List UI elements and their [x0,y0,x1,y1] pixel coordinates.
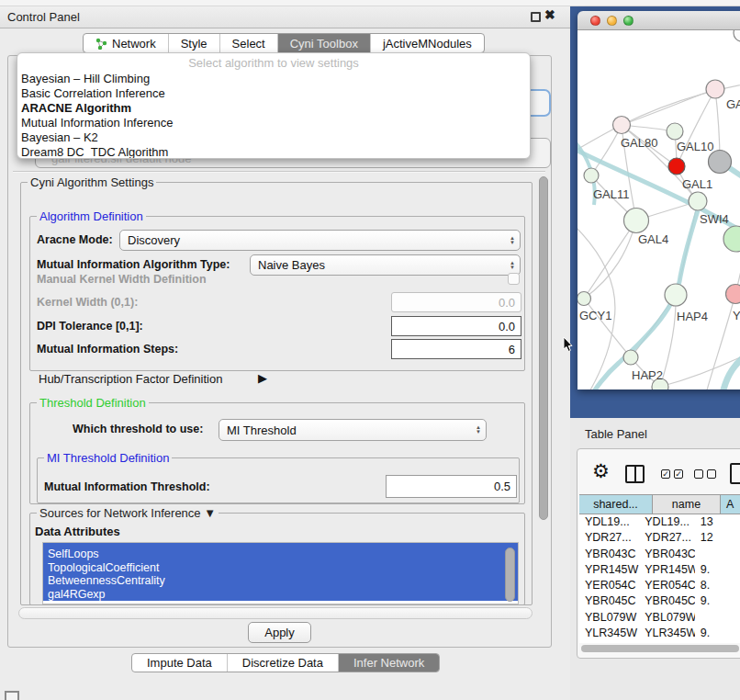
network-view-window[interactable]: GALGAL80GAL10GAL1SWI4GAL11GAL4GCY1HAP4YH… [577,11,740,390]
which-threshold-combo[interactable]: MI Threshold ▲▼ [219,419,487,441]
screen: Control Panel ✖ Network Style Select Cyn… [0,0,740,700]
hub-definition-label[interactable]: Hub/Transcription Factor Definition [39,372,222,386]
tab-jactivemnodules[interactable]: jActiveMNodules [371,34,484,52]
tab-cyni-toolbox[interactable]: Cyni Toolbox [278,34,371,52]
top-strip [0,0,740,6]
document-icon[interactable] [730,463,740,484]
attribute-list-scrollbar[interactable] [505,548,515,602]
network-node[interactable] [665,284,687,306]
algorithm-option[interactable]: Bayesian – Hill Climbing [17,72,530,86]
close-icon[interactable]: ✖ [544,7,555,22]
algorithm-option[interactable]: Basic Correlation Inference [17,86,530,101]
table-cell: 9 [695,641,740,643]
settings-scrollbar[interactable] [539,176,548,520]
table-row[interactable]: YBR043CYBR043C [579,547,740,562]
network-node[interactable] [624,209,649,233]
tab-discretize-data[interactable]: Discretize Data [228,654,339,672]
checked-column-icon[interactable]: ✓ [674,469,683,479]
manual-kernel-label: Manual Kernel Width Definition [37,273,207,286]
unchecked-column-icon[interactable] [707,469,716,479]
attribute-item[interactable]: TopologicalCoefficient [43,561,518,575]
apply-button[interactable]: Apply [248,622,311,643]
combo-arrows-icon: ▲▼ [510,255,515,275]
cyni-bottom-tabs: Impute Data Discretize Data Infer Networ… [131,653,440,672]
network-node[interactable] [723,226,740,252]
attribute-item[interactable]: BetweennessCentrality [43,574,518,588]
network-node[interactable] [689,192,707,210]
mi-type-label: Mutual Information Algorithm Type: [37,258,230,271]
network-node[interactable] [668,158,685,175]
mi-steps-field[interactable]: 6 [391,339,521,359]
checked-column-icon[interactable]: ✓ [661,469,670,479]
attribute-item[interactable]: gal4RGexp [43,588,518,602]
zoom-traffic-light[interactable] [623,16,633,26]
network-window-titlebar[interactable] [577,11,740,30]
network-node[interactable] [584,168,599,183]
algorithm-option[interactable]: Mutual Information Inference [17,116,530,130]
minimized-panel-icon[interactable] [5,691,19,700]
node-label: GAL10 [677,140,713,153]
network-edge[interactable] [584,299,631,357]
table-row[interactable]: YDL19...YDL19...13 [579,514,740,530]
column-header[interactable]: name [653,495,721,514]
network-edge[interactable] [622,89,715,125]
network-node[interactable] [709,151,732,174]
table-cell: YLR345W [639,626,694,641]
table-cell: YER054C [579,578,639,593]
close-traffic-light[interactable] [590,16,600,26]
network-node[interactable] [726,285,740,304]
expand-arrow-icon[interactable]: ▶ [258,371,267,385]
table-row[interactable]: YLR345WYLR345W9. [579,626,740,641]
table-horizontal-scrollbar[interactable] [581,645,739,652]
control-panel-tabs: Network Style Select Cyni Toolbox jActiv… [83,33,485,53]
mi-type-combo[interactable]: Naive Bayes ▲▼ [250,254,521,276]
settings-horizontal-scrollbar[interactable] [18,607,533,619]
network-edge-thick[interactable] [723,354,740,390]
tab-network[interactable]: Network [84,34,169,52]
split-view-icon[interactable] [625,465,645,483]
table-row[interactable]: YER054CYER054C8. [579,578,740,593]
desktop-background: GALGAL80GAL10GAL1SWI4GAL11GAL4GCY1HAP4YH… [570,6,740,418]
column-header[interactable]: shared... [579,495,653,514]
minimize-traffic-light[interactable] [607,16,617,26]
network-node[interactable] [706,80,724,98]
network-node[interactable] [667,123,683,140]
network-canvas[interactable]: GALGAL80GAL10GAL1SWI4GAL11GAL4GCY1HAP4YH… [577,30,740,390]
manual-kernel-checkbox[interactable] [508,273,520,285]
table-row[interactable]: YBL079WYBL079W [579,610,740,626]
network-edge[interactable] [577,223,615,390]
collapse-arrow-icon[interactable]: ▼ [204,506,216,520]
panel-title: Control Panel [7,10,80,24]
attribute-item[interactable]: SelfLoops [43,548,518,561]
float-window-icon[interactable] [531,12,541,22]
table-row[interactable]: YIL052CYIL052C9 [579,641,740,643]
aracne-mode-combo[interactable]: Discovery ▲▼ [119,230,521,251]
network-node[interactable] [613,117,631,134]
unchecked-column-icon[interactable] [694,469,703,479]
algorithm-option[interactable]: Dream8 DC_TDC Algorithm [17,145,530,159]
network-edge[interactable] [584,220,636,299]
algorithm-dropdown-popup: Select algorithm to view settings Bayesi… [17,52,531,159]
mi-threshold-label: Mutual Information Threshold: [44,480,210,493]
table-row[interactable]: YBR045CYBR045C9. [579,593,740,609]
gear-icon[interactable]: ⚙ [592,460,610,482]
network-node[interactable] [577,292,591,306]
table-row[interactable]: YPR145WYPR145W9. [579,562,740,578]
tab-style[interactable]: Style [169,34,220,52]
algorithm-option[interactable]: Bayesian – K2 [17,130,530,145]
network-node[interactable] [623,350,638,365]
dpi-tolerance-field[interactable]: 0.0 [391,316,521,336]
table-cell: YIL052C [579,641,639,643]
tab-impute-data[interactable]: Impute Data [132,654,228,672]
table-cell: YER054C [639,578,694,593]
table-row[interactable]: YDR27...YDR27...12 [579,530,740,546]
table-cell: YBR043C [579,547,639,562]
tab-infer-network[interactable]: Infer Network [339,654,439,672]
column-header[interactable]: A [721,495,740,514]
kernel-width-field[interactable]: 0.0 [391,292,521,312]
mi-threshold-field[interactable]: 0.5 [386,475,517,498]
tab-select[interactable]: Select [220,34,278,52]
network-node[interactable] [734,30,740,41]
algorithm-option[interactable]: ARACNE Algorithm [17,101,530,116]
data-attributes-list[interactable]: SelfLoopsTopologicalCoefficientBetweenne… [42,542,519,604]
